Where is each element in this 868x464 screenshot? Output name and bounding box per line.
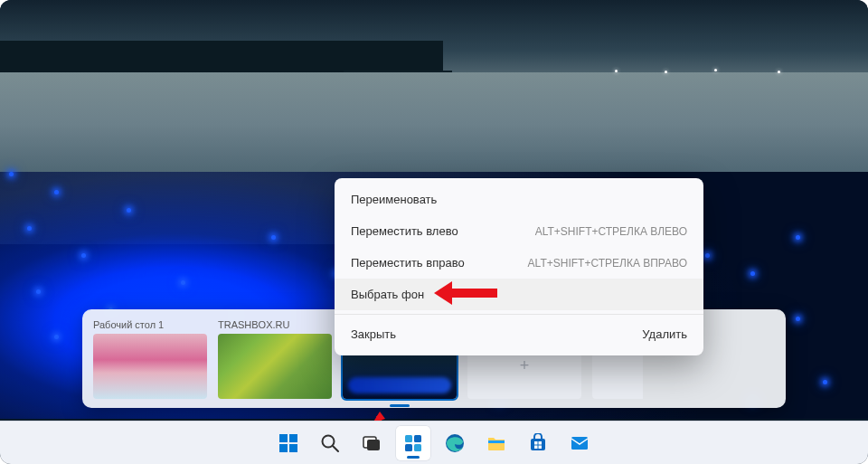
svg-rect-10 — [405, 435, 412, 442]
menu-shortcut: ALT+SHIFT+СТРЕЛКА ВПРАВО — [528, 257, 687, 270]
widgets-icon — [403, 433, 423, 453]
menu-label: Выбрать фон — [351, 288, 424, 301]
svg-rect-12 — [405, 444, 412, 451]
folder-icon — [486, 433, 506, 453]
menu-delete[interactable]: Удалить — [642, 327, 687, 341]
edge-button[interactable] — [437, 425, 473, 461]
menu-label: Переименовать — [351, 193, 437, 206]
menu-rename[interactable]: Переименовать — [335, 184, 703, 215]
virtual-desktop-2[interactable]: TRASHBOX.RU — [218, 319, 332, 399]
svg-rect-16 — [531, 439, 545, 450]
store-icon — [528, 433, 548, 453]
windows-logo-icon — [278, 433, 298, 453]
svg-rect-4 — [279, 444, 288, 452]
taskbar — [0, 421, 868, 464]
menu-shortcut: ALT+SHIFT+СТРЕЛКА ВЛЕВО — [535, 225, 687, 238]
task-view-button[interactable] — [354, 425, 390, 461]
menu-move-right[interactable]: Переместить вправо ALT+SHIFT+СТРЕЛКА ВПР… — [335, 247, 703, 279]
menu-choose-background[interactable]: Выбрать фон — [335, 279, 703, 310]
menu-label: Переместить влево — [351, 224, 458, 238]
menu-move-left[interactable]: Переместить влево ALT+SHIFT+СТРЕЛКА ВЛЕВ… — [335, 215, 703, 247]
svg-rect-9 — [367, 440, 380, 450]
widgets-button[interactable] — [395, 425, 431, 461]
virtual-desktop-1[interactable]: Рабочий стол 1 — [93, 319, 207, 399]
screenshot-stage: Рабочий стол 1 TRASHBOX.RU + ий… Переиме… — [0, 0, 868, 464]
menu-separator — [335, 314, 703, 315]
svg-rect-5 — [289, 444, 297, 452]
desktop-thumbnail[interactable] — [93, 334, 207, 399]
menu-label: Переместить вправо — [351, 256, 465, 270]
svg-rect-21 — [571, 437, 588, 450]
svg-line-7 — [333, 446, 338, 451]
desktop-label: Рабочий стол 1 — [93, 319, 207, 330]
edge-icon — [445, 433, 465, 453]
file-explorer-button[interactable] — [478, 425, 514, 461]
svg-rect-11 — [414, 435, 421, 442]
desktop-label: TRASHBOX.RU — [218, 319, 332, 330]
svg-rect-20 — [539, 445, 542, 449]
mail-button[interactable] — [561, 425, 598, 461]
svg-rect-19 — [534, 445, 538, 449]
svg-rect-3 — [289, 434, 297, 442]
svg-rect-17 — [534, 441, 538, 445]
menu-close[interactable]: Закрыть — [351, 327, 396, 341]
annotation-arrow — [434, 284, 497, 302]
search-icon — [320, 433, 340, 453]
search-button[interactable] — [312, 425, 348, 461]
desktop-context-menu: Переименовать Переместить влево ALT+SHIF… — [335, 178, 703, 355]
svg-rect-13 — [414, 444, 421, 451]
start-button[interactable] — [270, 425, 307, 461]
store-button[interactable] — [520, 425, 556, 461]
svg-rect-15 — [488, 440, 505, 443]
active-indicator — [390, 404, 410, 407]
svg-rect-18 — [539, 441, 542, 445]
mail-icon — [570, 433, 590, 453]
task-view-icon — [362, 433, 382, 453]
svg-rect-2 — [279, 434, 288, 442]
desktop-thumbnail[interactable] — [218, 334, 332, 399]
